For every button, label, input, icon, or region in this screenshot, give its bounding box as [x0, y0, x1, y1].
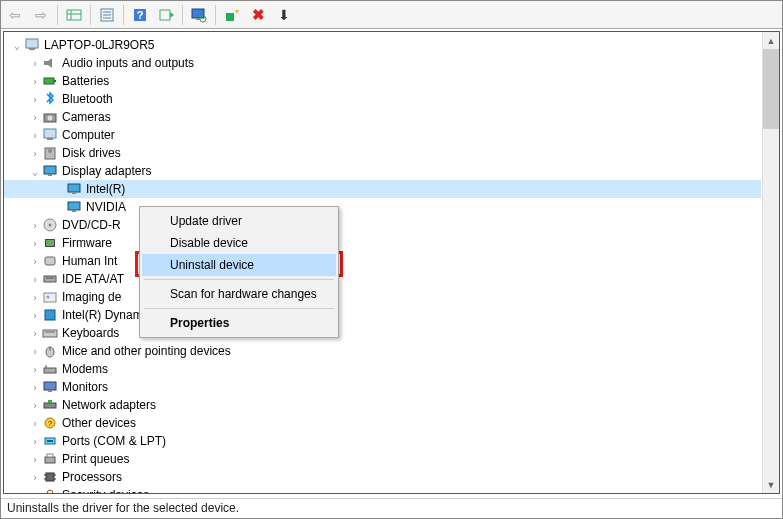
expander-icon[interactable]: ›	[28, 472, 42, 483]
tree-category[interactable]: › Keyboards	[4, 324, 761, 342]
tree-category[interactable]: › Print queues	[4, 450, 761, 468]
tree-category[interactable]: › Human Int	[4, 252, 761, 270]
tree-device[interactable]: NVIDIA	[4, 198, 761, 216]
expander-icon[interactable]: ›	[28, 256, 42, 267]
menu-item[interactable]: Disable device	[142, 232, 336, 254]
separator	[182, 5, 183, 25]
scroll-up-button[interactable]: ▲	[763, 32, 779, 49]
expander-icon[interactable]: ›	[28, 58, 42, 69]
scroll-down-button[interactable]: ▼	[763, 476, 779, 493]
tree-category[interactable]: › Audio inputs and outputs	[4, 54, 761, 72]
expander-icon[interactable]: ⌄	[28, 166, 42, 177]
svg-rect-58	[47, 454, 53, 457]
properties-button[interactable]	[95, 4, 119, 26]
menu-item[interactable]: Uninstall device	[142, 254, 336, 276]
expander-icon[interactable]: ›	[28, 382, 42, 393]
help-button[interactable]: ?	[128, 4, 152, 26]
category-label: Audio inputs and outputs	[62, 56, 194, 70]
ide-icon	[42, 271, 58, 287]
tree-category[interactable]: › Processors	[4, 468, 761, 486]
status-bar: Uninstalls the driver for the selected d…	[1, 498, 782, 518]
security-icon	[42, 487, 58, 493]
device-tree[interactable]: ⌄ LAPTOP-0LJR9OR5 › Audio inputs and out…	[4, 32, 761, 493]
down-arrow-icon: ⬇	[278, 7, 290, 23]
keyboard-icon	[42, 325, 58, 341]
expander-icon[interactable]: ›	[28, 94, 42, 105]
remove-button[interactable]: ✖	[246, 4, 270, 26]
tree-category[interactable]: › Batteries	[4, 72, 761, 90]
expander-icon[interactable]: ›	[28, 274, 42, 285]
tree-category[interactable]: › Cameras	[4, 108, 761, 126]
battery-icon	[42, 73, 58, 89]
category-label: Security devices	[62, 488, 149, 493]
expander-icon[interactable]: ›	[28, 436, 42, 447]
add-legacy-button[interactable]	[220, 4, 244, 26]
expander-icon[interactable]: ›	[28, 490, 42, 494]
tree-root[interactable]: ⌄ LAPTOP-0LJR9OR5	[4, 36, 761, 54]
menu-item[interactable]: Scan for hardware changes	[142, 283, 336, 305]
show-hidden-button[interactable]	[62, 4, 86, 26]
category-label: Batteries	[62, 74, 109, 88]
properties-icon	[99, 7, 115, 23]
expander-icon[interactable]: ›	[28, 130, 42, 141]
action-button[interactable]	[154, 4, 178, 26]
expander-icon[interactable]: ›	[28, 310, 42, 321]
tree-category[interactable]: › Modems	[4, 360, 761, 378]
svg-rect-29	[68, 184, 80, 192]
tree-category[interactable]: › Network adapters	[4, 396, 761, 414]
svg-rect-59	[46, 473, 54, 481]
expander-icon[interactable]: ›	[28, 400, 42, 411]
expander-icon[interactable]: ›	[28, 112, 42, 123]
scan-button[interactable]	[187, 4, 211, 26]
tree-category[interactable]: › Ports (COM & LPT)	[4, 432, 761, 450]
tree-category[interactable]: › Intel(R) Dynamic Platform and Thermal …	[4, 306, 761, 324]
expander-icon[interactable]: ›	[28, 220, 42, 231]
expander-icon[interactable]: ›	[28, 328, 42, 339]
tree-category[interactable]: › ? Other devices	[4, 414, 761, 432]
category-label: Display adapters	[62, 164, 151, 178]
hid-icon	[42, 253, 58, 269]
tree-category[interactable]: › Security devices	[4, 486, 761, 493]
category-label: Bluetooth	[62, 92, 113, 106]
expander-icon[interactable]: ›	[28, 238, 42, 249]
forward-button[interactable]: ⇨	[29, 4, 53, 26]
svg-rect-19	[44, 78, 54, 84]
other-icon: ?	[42, 415, 58, 431]
down-button[interactable]: ⬇	[272, 4, 296, 26]
category-label: Cameras	[62, 110, 111, 124]
svg-point-26	[48, 149, 52, 153]
tree-category[interactable]: › Mice and other pointing devices	[4, 342, 761, 360]
arrow-right-icon: ⇨	[35, 7, 47, 23]
menu-item[interactable]: Properties	[142, 312, 336, 334]
tree-category[interactable]: › Firmware	[4, 234, 761, 252]
back-button[interactable]: ⇦	[3, 4, 27, 26]
expander-icon[interactable]: ›	[28, 364, 42, 375]
category-label: Keyboards	[62, 326, 119, 340]
tree-device[interactable]: Intel(R)	[4, 180, 761, 198]
vertical-scrollbar[interactable]: ▲ ▼	[762, 32, 779, 493]
expander-icon[interactable]: ›	[28, 148, 42, 159]
expander-icon[interactable]: ›	[28, 454, 42, 465]
category-label: Disk drives	[62, 146, 121, 160]
tree-category[interactable]: › Monitors	[4, 378, 761, 396]
tree-category[interactable]: › Disk drives	[4, 144, 761, 162]
expander-icon[interactable]: ›	[28, 346, 42, 357]
tree-category[interactable]: › Imaging de	[4, 288, 761, 306]
tree-category[interactable]: › Bluetooth	[4, 90, 761, 108]
scroll-thumb[interactable]	[763, 49, 779, 129]
bluetooth-icon	[42, 91, 58, 107]
tree-category[interactable]: › IDE ATA/AT	[4, 270, 761, 288]
svg-rect-40	[44, 293, 56, 302]
tree-category[interactable]: › Computer	[4, 126, 761, 144]
monitor-icon	[42, 379, 58, 395]
expander-icon[interactable]: ›	[28, 292, 42, 303]
menu-item[interactable]: Update driver	[142, 210, 336, 232]
svg-point-34	[49, 224, 52, 227]
tree-category[interactable]: ⌄ Display adapters	[4, 162, 761, 180]
tree-category[interactable]: › DVD/CD-R	[4, 216, 761, 234]
svg-rect-49	[44, 382, 56, 390]
expander-icon[interactable]: ⌄	[10, 40, 24, 51]
expander-icon[interactable]: ›	[28, 418, 42, 429]
svg-rect-16	[26, 39, 38, 48]
expander-icon[interactable]: ›	[28, 76, 42, 87]
